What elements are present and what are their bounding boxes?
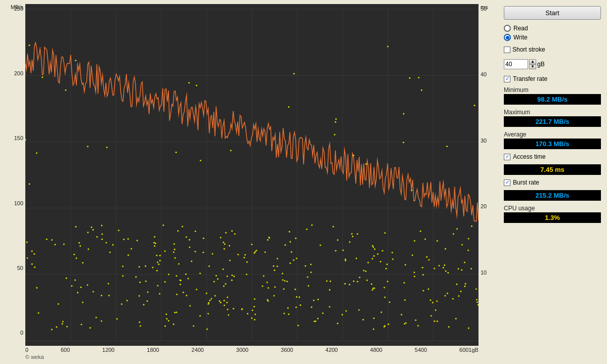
x-label-4800: 4800 [370,347,382,353]
access-time-section: 7.45 ms [504,164,601,175]
x-label-600: 600 [61,347,70,353]
y-left-100: 100 [14,201,23,206]
x-axis: 0 600 1200 1800 2400 3000 3600 4200 4800… [4,347,498,353]
cpu-usage-section: CPU usage 1.3% [504,205,601,223]
average-value: 170.3 MB/s [504,139,601,149]
x-label-0: 0 [25,347,28,353]
write-label: Write [513,34,528,41]
y-axis-left: MB/s 250 200 150 100 50 0 [4,4,25,346]
access-time-label: Access time [513,153,546,160]
x-label-4200: 4200 [325,347,337,353]
y-left-0: 0 [20,330,23,336]
y-axis-left-title: MB/s [4,4,25,10]
short-stroke-checkbox[interactable] [504,47,510,53]
x-label-1200: 1200 [102,347,114,353]
cpu-usage-value: 1.3% [504,212,601,223]
read-radio[interactable] [504,25,511,32]
chart-wrapper: MB/s 250 200 150 100 50 0 ms 50 40 30 20… [4,4,498,346]
access-time-checkbox[interactable] [504,154,510,160]
x-label-3000: 3000 [236,347,248,353]
radio-group: Read Write [504,25,601,41]
average-label: Average [504,131,601,138]
chart-canvas-container [25,4,479,346]
gb-label: gB [537,61,545,68]
short-stroke-input-row: ▲ ▼ gB [504,59,601,69]
maximum-value: 221.7 MB/s [504,116,601,127]
write-radio[interactable] [504,34,511,41]
y-left-200: 200 [14,71,23,76]
x-label-1800: 1800 [147,347,159,353]
y-axis-right: ms 50 40 30 20 10 [479,4,498,346]
chart-canvas [25,4,479,346]
burst-rate-checkbox[interactable] [504,179,510,186]
read-label: Read [513,25,528,32]
average-section: Average 170.3 MB/s [504,131,601,149]
read-radio-item[interactable]: Read [504,25,601,32]
x-label-6001: 6001gB [459,347,479,353]
spin-buttons: ▲ ▼ [529,59,536,69]
short-stroke-label: Short stroke [512,46,545,53]
y-left-50: 50 [17,265,23,271]
burst-rate-section: 215.2 MB/s [504,190,601,201]
y-right-20: 20 [481,204,487,209]
maximum-label: Maximum [504,109,601,116]
y-right-10: 10 [481,270,487,276]
burst-rate-label: Burst rate [513,179,539,186]
transfer-rate-checkbox-item[interactable]: Transfer rate [504,75,601,82]
y-left-150: 150 [14,135,23,141]
x-label-5400: 5400 [415,347,427,353]
transfer-rate-label: Transfer rate [513,75,547,82]
burst-rate-value: 215.2 MB/s [504,190,601,201]
access-time-checkbox-item[interactable]: Access time [504,153,601,160]
x-label-2400: 2400 [192,347,204,353]
access-time-value: 7.45 ms [504,164,601,175]
start-button[interactable]: Start [504,6,601,20]
right-panel: Start Read Write Short stroke ▲ ▼ gB [502,4,603,360]
y-right-40: 40 [481,72,487,77]
minimum-value: 98.2 MB/s [504,94,601,105]
minimum-section: Minimum 98.2 MB/s [504,86,601,105]
main-container: MB/s 250 200 150 100 50 0 ms 50 40 30 20… [0,0,607,364]
short-stroke-input[interactable] [504,59,528,69]
x-label-3600: 3600 [281,347,293,353]
spin-up[interactable]: ▲ [529,59,536,64]
watermark: © weka [4,354,498,360]
spin-down[interactable]: ▼ [529,64,536,69]
transfer-rate-checkbox[interactable] [504,76,510,82]
short-stroke-row: Short stroke [504,46,601,53]
minimum-label: Minimum [504,86,601,94]
y-right-30: 30 [481,138,487,144]
burst-rate-checkbox-item[interactable]: Burst rate [504,179,601,186]
chart-area: MB/s 250 200 150 100 50 0 ms 50 40 30 20… [4,4,498,360]
y-axis-right-title: ms [479,4,498,10]
cpu-usage-label: CPU usage [504,205,601,212]
write-radio-item[interactable]: Write [504,34,601,41]
maximum-section: Maximum 221.7 MB/s [504,109,601,127]
